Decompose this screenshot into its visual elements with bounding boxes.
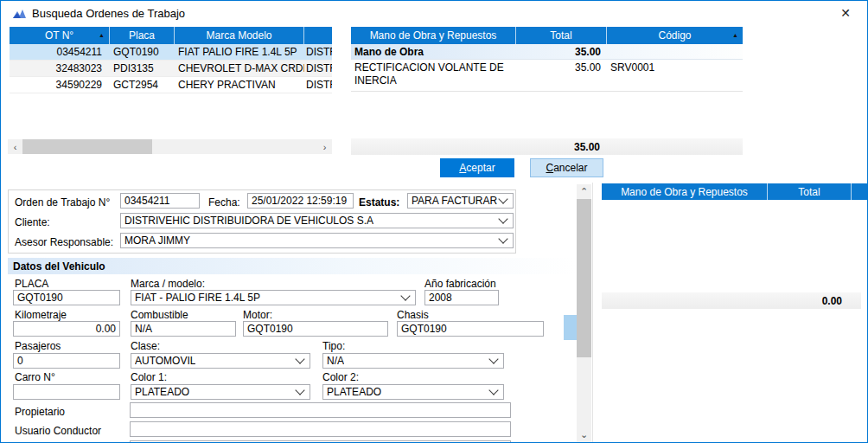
selected-items-table: Mano de Obra y Repuestos Total <box>602 183 867 200</box>
pasajeros-label: Pasajeros <box>15 340 61 352</box>
chevron-down-icon <box>498 194 507 203</box>
column-header-mano-obra[interactable]: Mano de Obra y Repuestos <box>351 27 516 44</box>
clase-select[interactable]: AUTOMOVIL <box>131 353 310 369</box>
fecha-input[interactable] <box>247 193 354 209</box>
pasajeros-input[interactable] <box>13 353 120 369</box>
column-header-total-label: Total <box>798 186 820 198</box>
group-row-mano-de-obra[interactable]: Mano de Obra 35.00 <box>351 44 743 60</box>
group-label: Mano de Obra <box>351 46 516 58</box>
column-header-placa[interactable]: Placa <box>110 27 175 44</box>
sort-asc-icon: ▲ <box>99 32 105 38</box>
cell-marca: CHEVROLET D-MAX CRDI 3.0 ( <box>175 62 304 74</box>
estatus-label: Estatus: <box>359 196 399 209</box>
column-header-placa-label: Placa <box>129 29 155 42</box>
estatus-select[interactable]: PARA FACTURAR <box>407 193 514 209</box>
usuario-conductor-label: Usuario Conductor <box>15 425 101 437</box>
column-header-marca-label: Marca Modelo <box>206 29 271 42</box>
cancel-button[interactable]: Cancelar <box>530 158 603 177</box>
asesor-value: MORA JIMMY <box>124 234 190 247</box>
window-title: Busqueda Ordenes de Trabajo <box>32 7 185 20</box>
column-header-mano-obra[interactable]: Mano de Obra y Repuestos <box>602 183 768 200</box>
combustible-input[interactable] <box>131 321 236 337</box>
item-total: 35.00 <box>516 60 607 74</box>
item-code: SRV0001 <box>607 60 743 74</box>
column-header-total[interactable]: Total <box>768 183 852 200</box>
column-header-ot[interactable]: OT N° ▲ <box>10 27 110 44</box>
orden-input[interactable] <box>120 193 200 209</box>
cell-extra: DISTRI <box>304 46 332 58</box>
scrollbar-thumb[interactable] <box>22 139 152 154</box>
column-header-ot-label: OT N° <box>45 29 73 42</box>
table-row-selected[interactable]: 03454211 GQT0190 FIAT PALIO FIRE 1.4L 5P… <box>10 44 332 61</box>
cell-extra: DISTRI <box>304 62 332 74</box>
panel-divider <box>592 183 593 442</box>
accept-button[interactable]: Aceptar <box>440 158 514 177</box>
anio-input[interactable] <box>424 290 499 305</box>
chevron-down-icon <box>295 385 304 395</box>
column-header-total-label: Total <box>550 29 571 42</box>
estatus-value: PARA FACTURAR <box>412 195 497 207</box>
titlebar: Busqueda Ordenes de Trabajo ✕ <box>1 1 867 25</box>
selected-items-total-band: 0.00 <box>602 292 861 309</box>
column-header-mano-obra-label: Mano de Obra y Repuestos <box>621 186 748 198</box>
scrollbar-thumb[interactable] <box>577 199 591 357</box>
tipo-select[interactable]: N/A <box>322 353 504 369</box>
chevron-down-icon <box>295 354 304 363</box>
chevron-down-icon <box>488 385 498 395</box>
cell-marca: FIAT PALIO FIRE 1.4L 5P <box>175 46 304 58</box>
column-header-total[interactable]: Total <box>516 27 607 44</box>
selected-items-header: Mano de Obra y Repuestos Total <box>602 183 867 200</box>
color2-value: PLATEADO <box>327 386 381 398</box>
cliente-value: DISTRIVEHIC DISTRIBUIDORA DE VEHICULOS S… <box>124 215 373 227</box>
work-item-row[interactable]: RECTIFICACION VOLANTE DE INERCIA 35.00 S… <box>351 60 743 92</box>
anio-label: Año fabricación <box>424 278 496 290</box>
propietario-input[interactable] <box>130 402 511 418</box>
group-total: 35.00 <box>516 46 607 58</box>
kilometraje-input[interactable] <box>13 321 120 337</box>
item-description: RECTIFICACION VOLANTE DE INERCIA <box>351 60 516 87</box>
cell-ot: 34590229 <box>10 79 110 91</box>
asesor-select[interactable]: MORA JIMMY <box>120 233 514 248</box>
chevron-down-icon <box>400 291 410 300</box>
work-items-table: Mano de Obra y Repuestos Total Código ▲ … <box>351 27 743 92</box>
cell-placa: GQT0190 <box>110 46 175 58</box>
marca-label: Marca / modelo: <box>131 278 205 290</box>
scroll-right-icon[interactable]: › <box>317 139 332 154</box>
color1-select[interactable]: PLATEADO <box>131 384 310 400</box>
chevron-down-icon <box>498 214 507 223</box>
cancel-button-label: Cancelar <box>546 162 587 174</box>
usuario-conductor-input[interactable] <box>130 421 511 437</box>
column-header-clipped[interactable] <box>852 183 867 200</box>
cell-ot: 03454211 <box>10 46 110 58</box>
scroll-down-icon[interactable]: ⌄ <box>577 427 591 442</box>
column-header-extra[interactable] <box>304 27 332 44</box>
marca-select[interactable]: FIAT - PALIO FIRE 1.4L 5P <box>131 290 416 305</box>
color2-select[interactable]: PLATEADO <box>322 384 504 400</box>
scroll-left-icon[interactable]: ‹ <box>8 139 22 154</box>
cliente-select[interactable]: DISTRIVEHIC DISTRIBUIDORA DE VEHICULOS S… <box>120 213 514 228</box>
column-header-codigo[interactable]: Código ▲ <box>607 27 743 44</box>
column-header-marca[interactable]: Marca Modelo <box>175 27 304 44</box>
vertical-scrollbar[interactable]: ⌃ ⌄ <box>577 184 591 442</box>
close-icon[interactable]: ✕ <box>833 3 858 23</box>
chevron-down-icon <box>488 354 498 363</box>
table-row[interactable]: 34590229 GCT2954 CHERY PRACTIVAN DISTRI <box>10 77 332 93</box>
clase-value: AUTOMOVIL <box>135 355 195 367</box>
placa-input[interactable] <box>13 290 120 305</box>
motor-input[interactable] <box>243 321 388 337</box>
work-order-search-window: Busqueda Ordenes de Trabajo ✕ OT N° ▲ Pl… <box>0 0 868 443</box>
cell-placa: GCT2954 <box>110 79 175 91</box>
color1-label: Color 1: <box>131 371 167 383</box>
clase-label: Clase: <box>131 340 160 352</box>
motor-label: Motor: <box>243 309 272 321</box>
chasis-label: Chasis <box>397 309 429 321</box>
propietario-label: Propietario <box>15 406 65 418</box>
placa-label: PLACA <box>15 278 48 290</box>
horizontal-scrollbar[interactable]: ‹ › <box>8 139 332 154</box>
chasis-input[interactable] <box>397 321 544 337</box>
scroll-up-icon[interactable]: ⌃ <box>577 184 591 199</box>
carro-input[interactable] <box>13 384 120 400</box>
grand-total-value: 35.00 <box>351 141 607 153</box>
table-row[interactable]: 32483023 PDI3135 CHEVROLET D-MAX CRDI 3.… <box>10 61 332 77</box>
cliente-label: Cliente: <box>15 216 50 228</box>
